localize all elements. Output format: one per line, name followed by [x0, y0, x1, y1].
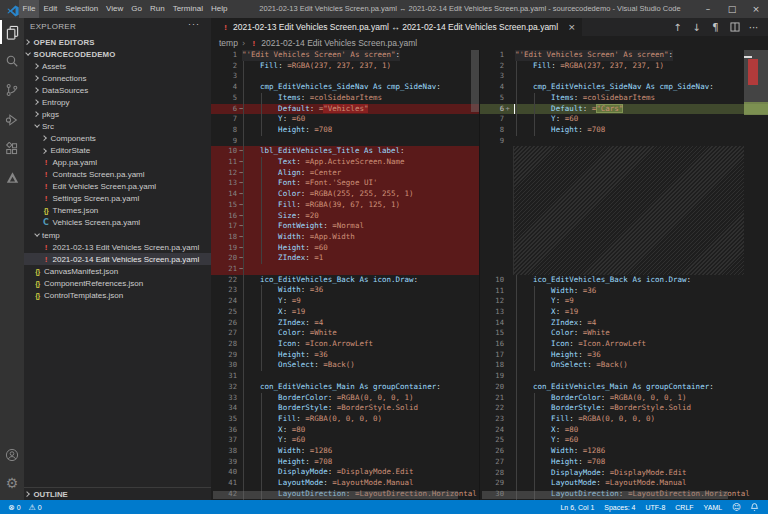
- file-contracts-screen-pa-yaml[interactable]: !Contracts Screen.pa.yaml: [24, 169, 211, 181]
- file-2021-02-14-edit-vehicles-screen-pa-yaml[interactable]: !2021-02-14 Edit Vehicles Screen.pa.yaml: [24, 253, 211, 265]
- vehicles-file-icon: C: [42, 218, 51, 227]
- code-line: 41 LayoutMode: =LayoutMode.Manual: [211, 478, 479, 489]
- right-hscrollbar-thumb[interactable]: [482, 491, 728, 499]
- code-text: Icon: =Icon.ArrowLeft: [242, 339, 373, 350]
- left-scrollbar-thumb[interactable]: [471, 50, 479, 112]
- file-settings-screen-pa-yaml[interactable]: !Settings Screen.pa.yaml: [24, 193, 211, 205]
- line-number: 28: [480, 468, 504, 479]
- more-actions-icon[interactable]: ···: [744, 22, 763, 33]
- indent-guide: [243, 136, 244, 147]
- folder-entropy[interactable]: Entropy: [24, 96, 211, 108]
- code-line: 4 cmp_EditVehicles_SideNav As cmp_SideNa…: [480, 82, 768, 93]
- file-componentreferences-json[interactable]: {}ComponentReferences.json: [24, 277, 211, 289]
- outline-label: OUTLINE: [34, 490, 68, 499]
- next-change-icon[interactable]: ↓: [687, 22, 706, 33]
- maximize-button[interactable]: □: [720, 0, 744, 18]
- yaml-file-icon: !: [42, 243, 51, 252]
- code-text: DisplayMode: =DisplayMode.Edit: [515, 468, 687, 479]
- encoding[interactable]: UTF-8: [645, 504, 665, 511]
- folder-src[interactable]: Src: [24, 120, 211, 132]
- breadcrumb: temp › ! 2021-02-14 Edit Vehicles Screen…: [211, 36, 768, 50]
- code-line: 1"'Edit Vehicles Screen' As screen":: [211, 50, 479, 61]
- file-themes-json[interactable]: {}Themes.json: [24, 205, 211, 217]
- folder-editorstate[interactable]: EditorState: [24, 145, 211, 157]
- left-hscrollbar-thumb[interactable]: [213, 491, 458, 499]
- code-line-removed: 16− Size: =20: [211, 211, 479, 222]
- indentation[interactable]: Spaces: 4: [604, 504, 635, 511]
- folder-temp[interactable]: temp: [24, 229, 211, 241]
- previous-change-icon[interactable]: ↑: [668, 22, 687, 33]
- file-edit-vehicles-screen-pa-yaml[interactable]: !Edit Vehicles Screen.pa.yaml: [24, 181, 211, 193]
- line-number: 17: [211, 221, 237, 232]
- open-editors-section[interactable]: OPEN EDITORS: [24, 36, 211, 48]
- close-tab-icon[interactable]: ×: [568, 22, 576, 32]
- breadcrumb-file[interactable]: 2021-02-14 Edit Vehicles Screen.pa.yaml: [261, 38, 417, 48]
- menu-go[interactable]: Go: [127, 0, 146, 18]
- menu-view[interactable]: View: [102, 0, 127, 18]
- token-value: =1: [310, 253, 324, 262]
- folder-pkgs[interactable]: pkgs: [24, 108, 211, 120]
- file-app-pa-yaml[interactable]: !App.pa.yaml: [24, 157, 211, 169]
- menu-selection[interactable]: Selection: [61, 0, 102, 18]
- window-controls: –□×: [696, 0, 768, 18]
- line-number: 22: [211, 275, 237, 286]
- file-controltemplates-json[interactable]: {}ControlTemplates.json: [24, 289, 211, 301]
- file-2021-02-13-edit-vehicles-screen-pa-yaml[interactable]: !2021-02-13 Edit Vehicles Screen.pa.yaml: [24, 241, 211, 253]
- menu-edit[interactable]: Edit: [39, 0, 61, 18]
- feedback-icon[interactable]: ☺: [732, 502, 741, 512]
- run-debug-icon[interactable]: [0, 107, 24, 133]
- close-button[interactable]: ×: [744, 0, 768, 18]
- bell-icon[interactable]: [750, 502, 759, 512]
- code-line: 27 Color: =White: [211, 328, 479, 339]
- menu-run[interactable]: Run: [146, 0, 169, 18]
- token-value: =9: [287, 296, 301, 305]
- token-value: =60: [287, 114, 305, 123]
- whitespace-toggle-icon[interactable]: ¶: [706, 22, 725, 33]
- status-problems[interactable]: ⊗0⚠0: [0, 503, 50, 512]
- menu-help[interactable]: Help: [207, 0, 231, 18]
- folder-sourcecodedemo[interactable]: SOURCECODEDEMO: [24, 48, 211, 60]
- language-mode[interactable]: YAML: [704, 504, 723, 511]
- menu-terminal[interactable]: Terminal: [169, 0, 207, 18]
- power-platform-icon[interactable]: [0, 164, 24, 190]
- file-vehicles-screen-pa-yaml[interactable]: CVehicles Screen.pa.yaml: [24, 217, 211, 229]
- account-icon[interactable]: [0, 442, 24, 468]
- extensions-icon[interactable]: [0, 136, 24, 162]
- code-line: 3: [211, 71, 479, 82]
- code-line: 16 Icon: =Icon.ArrowLeft: [480, 339, 768, 350]
- menu-file[interactable]: File: [19, 0, 40, 18]
- token-value: =White: [578, 328, 610, 337]
- folder-datasources[interactable]: DataSources: [24, 84, 211, 96]
- split-editor-icon[interactable]: [725, 22, 744, 32]
- code-text: Height: =60: [242, 243, 328, 254]
- settings-icon[interactable]: ⚙: [0, 470, 24, 496]
- folder-assets[interactable]: Assets: [24, 60, 211, 72]
- line-number: 37: [211, 435, 237, 446]
- code-line: 39 Height: =708: [211, 457, 479, 468]
- file-canvasmanifest-json[interactable]: {}CanvasManifest.json: [24, 265, 211, 277]
- outline-section[interactable]: OUTLINE: [24, 487, 211, 500]
- eol-sequence[interactable]: CRLF: [675, 504, 693, 511]
- token-punctuation: :: [414, 275, 419, 284]
- chevron-down-icon: [25, 53, 34, 55]
- token-value: =RGBA(0, 0, 0, 1): [605, 393, 686, 402]
- token-key: Y: [515, 435, 556, 444]
- minimize-button[interactable]: –: [696, 0, 720, 18]
- code-text: "'Edit Vehicles Screen' As screen":: [242, 50, 400, 61]
- explorer-more-actions-icon[interactable]: ···: [188, 18, 200, 32]
- folder-components[interactable]: Components: [24, 133, 211, 145]
- source-control-icon[interactable]: [0, 77, 24, 103]
- cursor-position[interactable]: Ln 6, Col 1: [560, 504, 594, 511]
- token-key: con_EditVehicles_Main As groupContainer: [515, 382, 709, 391]
- diff-original-pane[interactable]: 1"'Edit Vehicles Screen' As screen":2 Fi…: [211, 50, 479, 500]
- folder-connections[interactable]: Connections: [24, 72, 211, 84]
- diff-modified-pane[interactable]: 1"'Edit Vehicles Screen' As screen":2 Fi…: [480, 50, 768, 500]
- tab-diff-editor[interactable]: ! 2021-02-13 Edit Vehicles Screen.pa.yam…: [211, 18, 583, 36]
- breadcrumb-folder[interactable]: temp: [219, 38, 238, 48]
- explorer-icon[interactable]: [0, 19, 24, 45]
- token-value: =Icon.ArrowLeft: [574, 339, 646, 348]
- token-value: =80: [287, 425, 305, 434]
- warnings-count: ⚠0: [29, 503, 42, 512]
- search-icon[interactable]: [0, 48, 24, 74]
- token-value: =RGBA(237, 237, 237, 1): [556, 61, 664, 70]
